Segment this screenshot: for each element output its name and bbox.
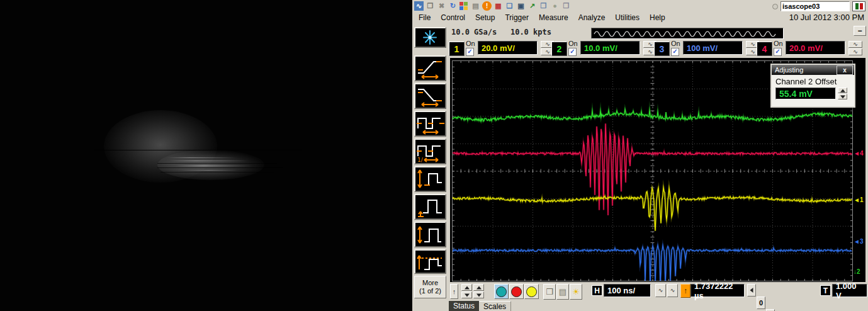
dialog-field-label: Channel 2 Offset — [775, 77, 850, 86]
scope-logo-icon[interactable] — [414, 27, 446, 48]
trigger-edge-falling-icon[interactable] — [414, 83, 446, 109]
trigger-pulse-width-icon[interactable] — [414, 111, 446, 137]
channel-3-on-label: On — [671, 40, 680, 47]
menu-file[interactable]: File — [419, 13, 431, 22]
ground-marker-ch2[interactable]: ↓2 — [854, 269, 860, 275]
horizontal-position-field[interactable]: 1.7372222 µs — [690, 284, 745, 297]
svg-text:1/: 1/ — [417, 157, 424, 163]
acquisition-bar: 10.0 GSa/s 10.0 kpts — [449, 25, 868, 39]
spin2-up-button[interactable] — [473, 284, 484, 291]
channel-4-coupling-icon[interactable] — [848, 41, 862, 48]
tools-icon[interactable]: ✖ — [437, 1, 446, 11]
ground-marker-ch4[interactable]: ◄4 — [854, 150, 863, 157]
waveform-preview-bar[interactable] — [591, 28, 784, 39]
acquisition-readout: 10.0 GSa/s 10.0 kpts — [451, 28, 551, 37]
ground-marker-ch3[interactable]: ◄3 — [854, 239, 863, 245]
folder-icon[interactable]: ❒ — [543, 284, 556, 300]
channel-3-checkbox[interactable] — [671, 48, 679, 56]
waveform-display: ◄4◄1◄3↓2 Adjusting x Channel 2 Offset 55… — [450, 58, 865, 282]
alert-icon[interactable]: ! — [482, 1, 492, 11]
trigger-window-icon[interactable] — [414, 222, 446, 247]
menu-setup[interactable]: Setup — [475, 13, 495, 22]
offset-decrement-button[interactable] — [838, 94, 847, 99]
position-left-button[interactable] — [747, 284, 756, 297]
menu-analyze[interactable]: Analyze — [578, 13, 606, 22]
timebase-fine-icon[interactable] — [655, 284, 666, 297]
window-stack-icon[interactable]: ❒ — [561, 1, 571, 11]
channel-2-button[interactable]: 2 — [551, 42, 567, 56]
channel-bar: 1 On 20.0 mV/ 2 On 10.0 mV/ 3 On 100 mV/ — [449, 40, 868, 58]
trigger-edge-rising-icon[interactable] — [414, 55, 446, 81]
oscilloscope-window: ∿❐✖↻▤!▦❏▣↗❒●❒ File Control Setup Trigger… — [412, 0, 868, 311]
menu-trigger[interactable]: Trigger — [505, 13, 529, 22]
channel-1-button[interactable]: 1 — [449, 42, 465, 56]
tab-scales[interactable]: Scales — [479, 301, 511, 311]
channel-4-scale-field[interactable]: 20.0 mV/ — [786, 41, 845, 55]
ground-marker-ch1[interactable]: ◄1 — [854, 197, 863, 203]
screen: ∿❐✖↻▤!▦❏▣↗❒●❒ File Control Setup Trigger… — [0, 0, 868, 311]
offset-value-field[interactable]: 55.4 mV — [775, 88, 836, 99]
printer-icon[interactable]: ▤ — [471, 1, 480, 11]
close-icon[interactable]: x — [837, 65, 853, 75]
more-button[interactable]: More (1 of 2) — [414, 276, 446, 298]
fullscreen-icon[interactable]: ❏ — [505, 1, 514, 11]
marker-color-red-button[interactable] — [509, 284, 524, 299]
marker-color-yellow-button[interactable] — [524, 284, 539, 299]
scope-app-icon[interactable]: ∿ — [414, 1, 424, 11]
trigger-level-field[interactable]: 1.000 V — [832, 284, 867, 297]
channel-3-scale-field[interactable]: 100 mV/ — [683, 41, 743, 55]
network-icon[interactable]: ▦ — [493, 1, 503, 11]
offset-increment-button[interactable] — [838, 88, 847, 93]
timebase-coarse-icon[interactable] — [667, 284, 678, 297]
trigger-timeout-icon[interactable] — [414, 166, 446, 192]
minimize-button[interactable] — [854, 26, 866, 36]
host-radio[interactable] — [772, 4, 778, 9]
light-streak — [167, 157, 236, 158]
trigger-position-icon[interactable] — [680, 284, 690, 298]
tab-status[interactable]: Status — [449, 301, 479, 311]
trigger-glitch-icon[interactable]: 1/ — [414, 139, 446, 164]
dark-scanline — [161, 172, 274, 172]
vertical-marker-button[interactable] — [450, 284, 458, 299]
spin1-up-button[interactable] — [461, 284, 472, 291]
light-glow-secondary — [157, 150, 264, 180]
menu-measure[interactable]: Measure — [539, 13, 568, 22]
channel-4-coupling2-icon[interactable] — [848, 48, 862, 55]
channel-1-checkbox[interactable] — [466, 48, 474, 56]
timebase-field[interactable]: 100 ns/ — [604, 284, 651, 297]
channel-2-group: 2 On 10.0 mV/ — [551, 41, 653, 57]
hostname-input[interactable] — [781, 1, 850, 11]
refresh-icon[interactable]: ↻ — [448, 1, 458, 11]
more-sublabel: (1 of 2) — [419, 287, 441, 295]
channel-3-button[interactable]: 3 — [654, 42, 670, 56]
menu-control[interactable]: Control — [441, 13, 465, 22]
trigger-runt-icon[interactable] — [414, 194, 446, 220]
bottom-tabs: Status Scales — [449, 301, 868, 311]
snapshot-icon[interactable]: ● — [550, 1, 560, 11]
export-icon[interactable]: ↗ — [527, 1, 537, 11]
monitor-icon[interactable]: ▣ — [516, 1, 526, 11]
spin2-down-button[interactable] — [473, 291, 484, 298]
spin1-down-button[interactable] — [461, 291, 472, 298]
channel-1-scale-field[interactable]: 20.0 mV/ — [478, 41, 538, 55]
brightness-icon[interactable]: ☀ — [570, 284, 582, 300]
channel-2-on-label: On — [568, 40, 578, 47]
channel-4-checkbox[interactable] — [774, 48, 782, 56]
channel-4-button[interactable]: 4 — [757, 42, 772, 56]
printer-icon[interactable]: ▤ — [556, 284, 569, 300]
spinner-group-2 — [473, 284, 484, 298]
dark-scanline — [157, 163, 277, 164]
dialog-titlebar[interactable]: Adjusting x — [772, 65, 854, 75]
trigger-setup-hold-icon[interactable] — [414, 249, 446, 274]
light-streak — [175, 166, 254, 166]
menu-help[interactable]: Help — [650, 13, 665, 22]
camera-view — [0, 0, 412, 311]
channel-2-scale-field[interactable]: 10.0 mV/ — [580, 41, 640, 55]
marker-color-teal-button[interactable] — [494, 284, 509, 299]
menu-utilities[interactable]: Utilities — [615, 13, 640, 22]
new-window-icon[interactable]: ❐ — [426, 1, 435, 11]
new-doc-icon[interactable]: ❒ — [539, 1, 548, 11]
adjusting-dialog: Adjusting x Channel 2 Offset 55.4 mV — [770, 64, 855, 108]
channel-2-checkbox[interactable] — [568, 48, 577, 56]
windows-logo-icon[interactable] — [459, 1, 469, 11]
